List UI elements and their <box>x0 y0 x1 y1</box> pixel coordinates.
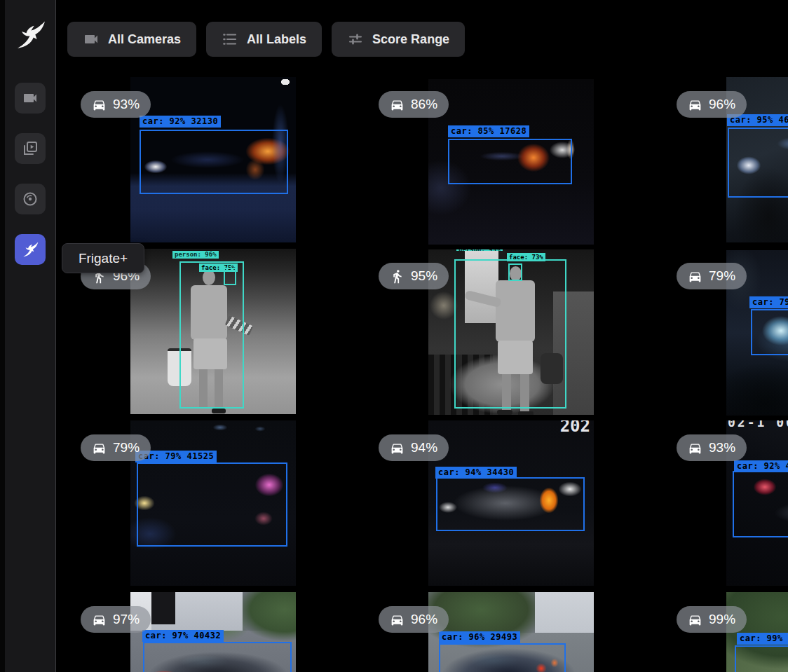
person-icon <box>390 269 405 284</box>
detection-label: car: 99% 25 <box>737 633 788 645</box>
snapshot-thumbnail: 202 car: 94% 34430 <box>428 420 594 586</box>
bounding-box <box>454 259 566 409</box>
score-badge: 97% <box>81 606 151 633</box>
camera-icon <box>22 90 39 107</box>
car-icon <box>92 441 107 455</box>
camera-icon <box>83 31 100 48</box>
bounding-box <box>735 645 788 672</box>
score-value: 79% <box>113 440 140 455</box>
bounding-box <box>436 477 585 531</box>
score-value: 97% <box>113 612 140 627</box>
detection-label: person: 96% <box>172 251 219 259</box>
score-range-label: Score Range <box>372 32 449 47</box>
detection-card[interactable]: car: 79% 41525 79% <box>67 420 360 586</box>
snapshot-thumbnail: car: 92% 32130 <box>130 77 296 242</box>
video-library-icon <box>22 140 39 157</box>
detection-label: car: 96% 29493 <box>439 631 520 643</box>
car-icon <box>688 441 702 455</box>
detection-label: car: 85% 17628 <box>448 125 529 137</box>
score-badge: 86% <box>379 91 449 118</box>
car-icon <box>688 269 702 284</box>
detection-card[interactable]: car: 85% 17628 86% <box>365 77 658 242</box>
car-icon <box>688 612 702 627</box>
bounding-box <box>448 139 572 184</box>
detection-card[interactable]: person: 95% face: 73% 95% <box>365 249 658 414</box>
score-badge: 99% <box>677 606 747 633</box>
detection-card[interactable]: car: 97% 40432 97% <box>67 592 360 672</box>
snapshot-grid: car: 92% 32130 93% car: 85% 17628 86% ca… <box>67 77 788 672</box>
face-bounding-box <box>508 263 522 281</box>
bounding-box <box>439 643 566 672</box>
sidebar-item-review[interactable] <box>15 133 46 164</box>
detection-label: car: 92% 32130 <box>140 116 221 128</box>
all-cameras-label: All Cameras <box>108 32 181 47</box>
score-range-filter-button[interactable]: Score Range <box>332 22 465 57</box>
filter-bar: All Cameras All Labels Score Range <box>67 22 465 57</box>
frigate-plus-tooltip: Frigate+ <box>62 243 144 273</box>
score-badge: 93% <box>81 91 151 118</box>
frigate-bird-icon <box>13 18 47 52</box>
bounding-box <box>728 128 788 198</box>
detection-card[interactable]: car: 79% 79% <box>663 249 788 414</box>
snapshot-thumbnail: person: 95% face: 73% <box>428 249 594 415</box>
snapshot-thumbnail: car: 79% 41525 <box>130 420 296 586</box>
score-badge: 93% <box>677 434 747 461</box>
face-bounding-box <box>224 268 236 285</box>
score-badge: 79% <box>677 263 747 289</box>
disc-icon <box>22 191 39 207</box>
sliders-icon <box>347 31 364 48</box>
score-value: 96% <box>709 97 735 112</box>
score-value: 96% <box>411 612 437 627</box>
car-icon <box>92 612 107 627</box>
snapshot-thumbnail: person: 96% face: 75% <box>130 249 296 414</box>
detection-card[interactable]: person: 96% face: 75% 96% <box>67 249 360 414</box>
car-icon <box>390 97 405 112</box>
score-value: 79% <box>709 268 735 284</box>
car-icon <box>390 612 405 627</box>
car-icon <box>390 441 405 455</box>
all-labels-filter-button[interactable]: All Labels <box>206 22 322 57</box>
detection-label: car: 79% <box>749 296 788 308</box>
scene-person-shoe <box>518 411 534 415</box>
score-badge: 94% <box>379 434 449 461</box>
snapshot-thumbnail: car: 96% 29493 <box>428 592 594 672</box>
car-icon <box>92 97 107 112</box>
detection-card[interactable]: car: 96% 29493 96% <box>365 592 658 672</box>
detection-card[interactable]: car: 95% 46260 96% <box>663 77 788 242</box>
camera-timestamp: 202 <box>560 420 590 436</box>
detection-label: car: 97% 40432 <box>142 630 224 642</box>
score-badge: 79% <box>81 434 151 461</box>
list-icon <box>222 31 238 48</box>
all-labels-label: All Labels <box>247 32 306 47</box>
sidebar-item-explore[interactable] <box>15 184 46 214</box>
frigate-bird-icon <box>21 240 39 259</box>
sidebar-item-frigate-plus[interactable] <box>15 234 46 265</box>
snapshot-thumbnail: car: 85% 17628 <box>428 79 594 245</box>
frigate-logo <box>13 18 47 52</box>
bounding-box <box>143 642 292 672</box>
all-cameras-filter-button[interactable]: All Cameras <box>67 22 196 57</box>
score-value: 95% <box>411 268 437 284</box>
sidebar-nav <box>15 83 46 265</box>
camera-timestamp: 02-1 00 0 <box>728 420 788 430</box>
score-badge: 96% <box>677 91 747 118</box>
score-value: 99% <box>709 612 735 627</box>
detection-card[interactable]: 02-1 00 0 car: 92% 4218 93% <box>663 420 788 586</box>
detection-card[interactable]: car: 92% 32130 93% <box>67 77 360 242</box>
sidebar <box>5 0 56 672</box>
score-value: 94% <box>411 440 437 455</box>
bounding-box <box>137 462 287 547</box>
window-edge <box>0 0 5 672</box>
score-value: 93% <box>709 440 735 455</box>
detection-label: person: 95% <box>456 249 503 251</box>
bounding-box <box>733 471 788 537</box>
car-icon <box>688 97 702 112</box>
snapshot-thumbnail: car: 97% 40432 <box>130 592 296 672</box>
detection-card[interactable]: car: 99% 25 99% <box>663 592 788 672</box>
score-badge: 95% <box>379 263 449 289</box>
bounding-box <box>751 309 788 355</box>
detection-card[interactable]: 202 car: 94% 34430 94% <box>365 420 658 586</box>
score-value: 86% <box>411 97 437 112</box>
score-value: 93% <box>113 97 140 112</box>
sidebar-item-live[interactable] <box>15 83 46 114</box>
